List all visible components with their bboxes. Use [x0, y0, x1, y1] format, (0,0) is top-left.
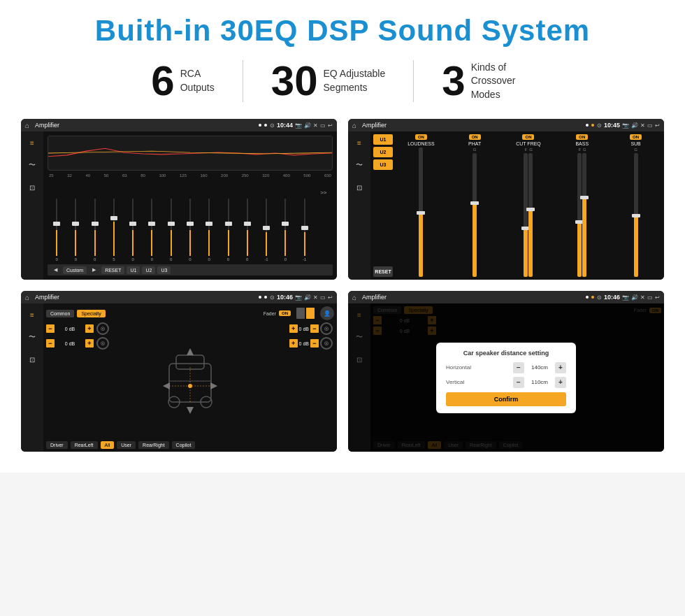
db-minus-4[interactable]: − [310, 339, 319, 348]
status-icons-dialog: ⊙ 10:46 📷 🔊 ✕ ▭ ↩ [597, 294, 660, 301]
eq-next-btn[interactable]: ▶ [89, 266, 99, 274]
eq-custom-btn[interactable]: Custom [63, 266, 87, 274]
eq-prev-btn[interactable]: ◀ [50, 266, 61, 274]
speaker-icon-3: ◎ [320, 322, 333, 335]
bass-g-slider[interactable]: G [582, 148, 586, 277]
rearright-btn[interactable]: RearRight [138, 441, 169, 449]
loudness-on-badge[interactable]: ON [415, 134, 427, 140]
freq-250: 250 [242, 173, 249, 178]
eq-slider-4[interactable]: 5 [105, 199, 123, 262]
eq-bottom-bar: ◀ Custom ▶ RESET U1 U2 U3 [48, 264, 333, 275]
crossover-icon-2[interactable]: 〜 [352, 158, 366, 172]
crossover-icon-1[interactable]: ≡ [352, 136, 366, 150]
eq-u1-btn[interactable]: U1 [127, 266, 140, 274]
vertical-minus-btn[interactable]: − [513, 377, 524, 388]
fader-icon-2[interactable]: 〜 [25, 330, 39, 344]
stat-crossover-number: 3 [442, 60, 465, 102]
freq-50: 50 [104, 173, 109, 178]
phat-v-slider[interactable]: G [473, 148, 477, 277]
channel-u2-btn[interactable]: U2 [373, 147, 393, 157]
home-icon-fader: ⌂ [25, 294, 29, 301]
eq-screen: ⌂ Amplifier ⊙ 10:44 📷 🔊 ✕ ▭ ↩ ≡ 〜 [21, 119, 337, 280]
bass-f-slider[interactable]: F [577, 148, 582, 277]
app-name-eq: Amplifier [35, 122, 256, 129]
horizontal-label: Horizontal [446, 364, 471, 371]
db-control-2: − 0 dB + ◎ [46, 337, 109, 350]
eq-slider-9[interactable]: 0 [200, 199, 218, 262]
eq-slider-2[interactable]: 0 [66, 199, 85, 262]
eq-u2-btn[interactable]: U2 [142, 266, 155, 274]
db-minus-2[interactable]: − [46, 339, 55, 348]
eq-icon-2[interactable]: 〜 [25, 158, 39, 172]
copilot-btn[interactable]: Copilot [172, 441, 196, 449]
sub-on-badge[interactable]: ON [630, 134, 642, 140]
vertical-plus-btn[interactable]: + [555, 377, 566, 388]
user-btn[interactable]: User [117, 441, 136, 449]
eq-slider-1[interactable]: 0 [48, 199, 66, 262]
camera-icon-cross: 📷 [622, 122, 629, 129]
eq-slider-13[interactable]: 0 [276, 199, 294, 262]
crossover-reset-btn[interactable]: RESET [373, 266, 393, 277]
db-plus-2[interactable]: + [85, 339, 94, 348]
db-plus-4[interactable]: + [289, 339, 298, 348]
eq-slider-6[interactable]: 0 [143, 199, 161, 262]
eq-slider-3[interactable]: 0 [86, 199, 104, 262]
fader-side-icons: ≡ 〜 ⊡ [21, 303, 43, 452]
eq-slider-8[interactable]: 0 [181, 199, 199, 262]
eq-icon-1[interactable]: ≡ [25, 136, 39, 150]
home-icon-eq: ⌂ [25, 122, 29, 129]
rearleft-btn[interactable]: RearLeft [71, 441, 98, 449]
bass-on-badge[interactable]: ON [576, 134, 588, 140]
crossover-loudness-col: ON LOUDNESS [396, 134, 447, 277]
db-minus-1[interactable]: − [46, 324, 55, 333]
eq-slider-12[interactable]: -1 [257, 199, 275, 262]
fader-on-badge[interactable]: ON [279, 310, 291, 316]
db-minus-3[interactable]: − [310, 324, 319, 333]
volume-icon-eq: 🔊 [304, 122, 311, 129]
eq-slider-chevron[interactable]: >> [315, 189, 333, 252]
camera-icon-dialog: 📷 [622, 294, 629, 301]
fader-top-bar: Common Specialty Fader ON 👤 [46, 306, 334, 320]
sub-g-slider[interactable]: G [634, 148, 638, 277]
phat-on-badge[interactable]: ON [469, 134, 481, 140]
status-dot-dialog-2 [591, 296, 594, 299]
horizontal-plus-btn[interactable]: + [555, 362, 566, 373]
fader-screen-content: ≡ 〜 ⊡ Common Specialty Fader ON [21, 303, 337, 452]
horizontal-value: 140cm [527, 364, 552, 371]
driver-btn[interactable]: Driver [46, 441, 68, 449]
horizontal-minus-btn[interactable]: − [513, 362, 524, 373]
cutfreq-on-badge[interactable]: ON [522, 134, 534, 140]
loudness-v-slider[interactable] [419, 148, 423, 277]
crossover-icon-3[interactable]: ⊡ [352, 180, 366, 194]
eq-slider-7[interactable]: 0 [162, 199, 180, 262]
stat-crossover: 3 Kinds ofCrossover Modes [414, 60, 561, 102]
confirm-button[interactable]: Confirm [446, 392, 566, 406]
camera-icon-eq: 📷 [295, 122, 302, 129]
eq-slider-11[interactable]: 0 [238, 199, 257, 262]
profile-icon-fader[interactable]: 👤 [320, 306, 334, 320]
cutfreq-label: CUT FREQ [503, 141, 554, 146]
all-btn[interactable]: All [101, 441, 115, 449]
eq-u3-btn[interactable]: U3 [157, 266, 171, 274]
fader-icon-3[interactable]: ⊡ [25, 352, 39, 366]
db-plus-3[interactable]: + [289, 324, 298, 333]
db-plus-1[interactable]: + [85, 324, 94, 333]
eq-slider-10[interactable]: 0 [219, 199, 237, 262]
eq-slider-5[interactable]: 0 [124, 199, 142, 262]
eq-slider-14[interactable]: -1 [295, 199, 313, 262]
tab-common[interactable]: Common [46, 310, 74, 317]
channel-u3-btn[interactable]: U3 [373, 159, 393, 170]
eq-reset-btn[interactable]: RESET [101, 266, 124, 274]
cutfreq-g-slider[interactable]: G [528, 148, 533, 277]
db-value-3: 0 dB [299, 327, 309, 331]
status-bar-fader: ⌂ Amplifier ⊙ 10:46 📷 🔊 ✕ ▭ ↩ [21, 291, 337, 303]
tab-specialty[interactable]: Specialty [77, 310, 105, 317]
fader-icon-1[interactable]: ≡ [25, 308, 39, 322]
cutfreq-f-slider[interactable]: F [524, 148, 528, 277]
crossover-screen: ⌂ Amplifier ⊙ 10:45 📷 🔊 ✕ ▭ ↩ ≡ 〜 [348, 119, 664, 280]
status-dot-cross-1 [586, 124, 589, 127]
channel-u1-btn[interactable]: U1 [373, 134, 393, 145]
crossover-cutfreq-col: ON CUT FREQ F G [503, 134, 554, 277]
eq-icon-3[interactable]: ⊡ [25, 180, 39, 194]
crossover-channels: U1 U2 U3 RESET [373, 134, 393, 277]
